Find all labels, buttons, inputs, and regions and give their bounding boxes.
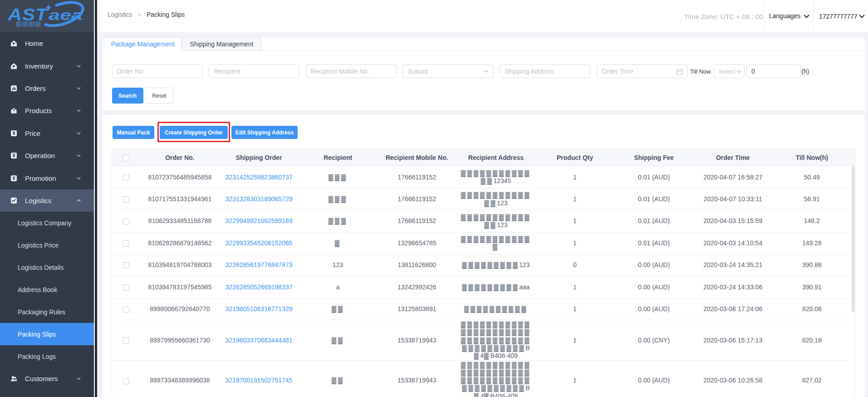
svg-text:aea: aea	[49, 7, 83, 23]
svg-text:¥: ¥	[13, 176, 15, 181]
svg-text:¥: ¥	[13, 131, 15, 136]
svg-text:AST: AST	[7, 5, 49, 24]
svg-text:¥: ¥	[13, 153, 15, 158]
